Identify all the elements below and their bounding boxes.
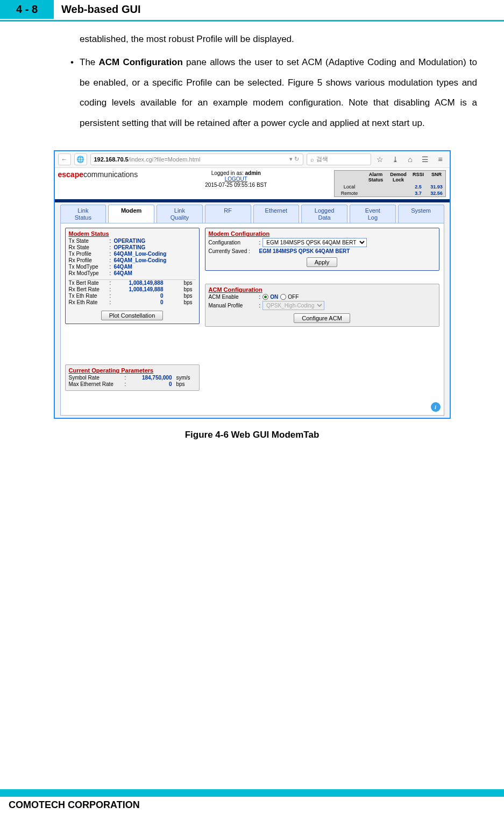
lbl-rx-state: Rx State <box>69 244 110 250</box>
header-underline <box>0 20 504 22</box>
footer-rule <box>0 789 504 797</box>
val-tx-eth: 0 <box>114 293 182 299</box>
tab-link-status[interactable]: Link Status <box>60 205 107 223</box>
tab-ethernet[interactable]: Ethernet <box>253 205 300 223</box>
search-icon: ⌕ <box>310 156 314 163</box>
lbl-currently-saved: Currently Saved : <box>209 248 257 254</box>
col-rssi: RSSI <box>409 171 427 184</box>
val-tx-state: OPERATING <box>114 238 196 244</box>
tab-link-quality[interactable]: Link Quality <box>157 205 203 223</box>
footer-text: COMOTECH CORPORATION <box>9 799 140 811</box>
configure-acm-button[interactable]: Configure ACM <box>294 313 350 323</box>
info-icon[interactable]: i <box>431 402 441 412</box>
refresh-icon[interactable]: ▾ ↻ <box>289 156 299 163</box>
row-remote: Remote <box>335 190 364 197</box>
paragraph-continuation: established, the most robust Profile wil… <box>80 29 477 49</box>
lbl-manual-profile: Manual Profile <box>209 303 257 308</box>
bullet-rest: pane allows the user to set ACM (Adaptiv… <box>80 57 477 128</box>
col-demod: Demod Lock <box>387 171 409 184</box>
select-manual-profile[interactable]: QPSK_High-Coding <box>262 301 324 310</box>
lbl-symbol-rate: Symbol Rate <box>69 375 125 381</box>
val-local-rssi: 2.5 <box>409 184 427 190</box>
lbl-tx-eth: Tx Eth Rate <box>69 293 110 299</box>
val-remote-snr: 32.56 <box>427 190 445 197</box>
panel-title-modem-status: Modem Status <box>66 228 199 238</box>
browser-toolbar: ← 🌐 192.168.70.5/index.cgi?file=Modem.ht… <box>55 151 450 168</box>
val-tx-profile: 64QAM_Low-Coding <box>114 251 196 257</box>
panel-acm-config: ACM Configuration ACM Enable: ON OFF Man… <box>205 284 439 327</box>
val-rx-state: OPERATING <box>114 244 196 250</box>
content-area: Modem Status Tx State:OPERATING Rx State… <box>60 223 444 416</box>
val-rx-profile: 64QAM_Low-Coding <box>114 257 196 263</box>
menu-icon[interactable]: ≡ <box>435 153 446 165</box>
panel-modem-status: Modem Status Tx State:OPERATING Rx State… <box>65 228 200 324</box>
page-number-tab: 4 - 8 <box>0 0 54 19</box>
tab-logged-data[interactable]: Logged Data <box>301 205 347 223</box>
search-box[interactable]: ⌕ 검색 <box>307 153 371 165</box>
val-rx-modtype: 64QAM <box>114 270 196 276</box>
logout-link[interactable]: LOGOUT <box>225 176 247 182</box>
tab-rf[interactable]: RF <box>205 205 251 223</box>
radio-acm-on[interactable]: ON <box>262 294 278 300</box>
library-icon[interactable]: ☰ <box>420 153 431 165</box>
val-currently-saved: EGM 184MSPS QPSK 64QAM BERT <box>259 248 350 254</box>
product-logo: escapecommunications <box>58 170 138 179</box>
tab-modem[interactable]: Modem <box>108 205 154 223</box>
lbl-rx-modtype: Rx ModType <box>69 270 110 276</box>
server-timestamp: 2015-07-25 09:55:16 BST <box>205 182 267 188</box>
home-icon[interactable]: ⌂ <box>404 153 416 165</box>
val-tx-modtype: 64QAM <box>114 264 196 270</box>
back-button[interactable]: ← <box>58 153 71 165</box>
tab-bar: Link Status Modem Link Quality RF Ethern… <box>55 202 450 223</box>
val-local-snr: 31.93 <box>427 184 445 190</box>
val-tx-bert: 1,008,149,888 <box>114 280 182 286</box>
lbl-tx-bert: Tx Bert Rate <box>69 280 110 286</box>
page-title: Web-based GUI <box>54 3 140 16</box>
bullet-emphasis: ACM Configuration <box>99 57 183 67</box>
col-alarm: Alarm Status <box>364 171 387 184</box>
bookmark-icon[interactable]: ☆ <box>374 153 386 165</box>
val-symbol-rate: 184,750,000 <box>129 375 174 381</box>
logged-in-label: Logged in as: admin <box>205 170 267 176</box>
url-host: 192.168.70.5 <box>94 156 129 163</box>
bullet-prefix: The <box>80 57 99 67</box>
lbl-acm-enable: ACM Enable <box>209 294 257 300</box>
radio-acm-off[interactable]: OFF <box>280 294 299 300</box>
col-snr: SNR <box>427 171 445 184</box>
apply-button[interactable]: Apply <box>307 257 338 267</box>
url-path: /index.cgi?file=Modem.html <box>129 156 201 163</box>
lbl-rx-eth: Rx Eth Rate <box>69 299 110 305</box>
row-local: Local <box>335 184 364 190</box>
panel-op-params: Current Operating Parameters Symbol Rate… <box>65 364 200 391</box>
lbl-configuration: Configuration <box>209 240 257 245</box>
lbl-tx-state: Tx State <box>69 238 110 244</box>
panel-modem-config: Modem Configuration Configuration: EGM 1… <box>205 228 439 271</box>
lbl-rx-profile: Rx Profile <box>69 257 110 263</box>
panel-title-acm-config: ACM Configuration <box>205 284 439 294</box>
status-panel: Alarm Status Demod Lock RSSI SNR Local 2… <box>334 170 446 197</box>
val-max-eth: 0 <box>129 381 174 387</box>
figure-caption: Figure 4-6 Web GUI ModemTab <box>0 430 504 440</box>
val-rx-bert: 1,008,149,888 <box>114 286 182 292</box>
plot-constellation-button[interactable]: Plot Constellation <box>101 311 164 320</box>
downloads-icon[interactable]: ⤓ <box>389 153 401 165</box>
panel-title-modem-config: Modem Configuration <box>205 228 439 238</box>
tab-system[interactable]: System <box>398 205 444 223</box>
address-bar[interactable]: 192.168.70.5/index.cgi?file=Modem.html ▾… <box>90 153 303 165</box>
lbl-rx-bert: Rx Bert Rate <box>69 286 110 292</box>
site-identity-icon[interactable]: 🌐 <box>74 153 87 165</box>
lbl-tx-profile: Tx Profile <box>69 251 110 257</box>
screenshot-frame: ← 🌐 192.168.70.5/index.cgi?file=Modem.ht… <box>54 150 451 419</box>
val-remote-rssi: 3.7 <box>409 190 427 197</box>
lbl-max-eth: Max Ethernet Rate <box>69 381 125 387</box>
val-rx-eth: 0 <box>114 299 182 305</box>
lbl-tx-modtype: Tx ModType <box>69 264 110 270</box>
bullet-marker: • <box>65 52 80 133</box>
search-placeholder: 검색 <box>316 155 328 163</box>
panel-title-op-params: Current Operating Parameters <box>66 365 199 375</box>
tab-event-log[interactable]: Event Log <box>350 205 396 223</box>
select-configuration[interactable]: EGM 184MSPS QPSK 64QAM BERT <box>262 238 367 247</box>
bullet-paragraph: The ACM Configuration pane allows the us… <box>80 52 477 133</box>
